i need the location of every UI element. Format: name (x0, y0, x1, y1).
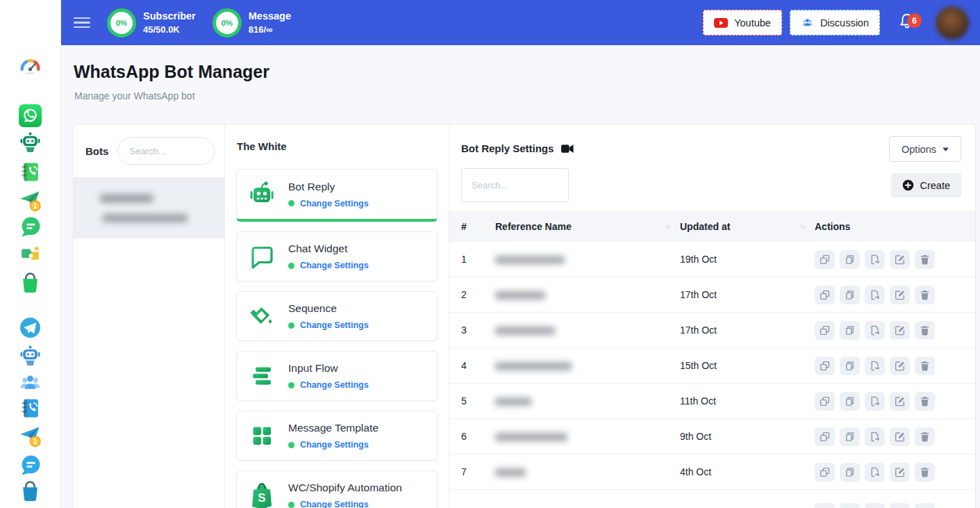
card-chat-widget[interactable]: Chat Widget Change Settings (236, 231, 438, 281)
table-search-input[interactable] (461, 168, 569, 202)
clone-button[interactable] (815, 250, 835, 269)
whatsapp-broadcast-icon[interactable] (19, 189, 42, 212)
table-header-row: # Reference Name ↑↓ Updated at ↑↓ Action… (449, 211, 975, 242)
copy-button[interactable] (840, 286, 860, 304)
whatsapp-ecommerce-icon[interactable] (19, 271, 42, 294)
stacked-bars-icon (247, 361, 277, 391)
delete-button[interactable] (915, 321, 935, 340)
change-settings-link[interactable]: Change Settings (300, 199, 369, 208)
copy-button[interactable] (840, 503, 860, 508)
row-number: 2 (461, 289, 495, 300)
subscriber-value: 45/50.0K (143, 24, 196, 35)
whatsapp-livechat-icon[interactable] (19, 215, 42, 238)
card-input-flow[interactable]: Input Flow Change Settings (236, 351, 438, 401)
export-button[interactable] (865, 392, 885, 411)
telegram-bot-icon[interactable] (19, 345, 42, 368)
card-bot-reply[interactable]: Bot Reply Change Settings (236, 169, 438, 222)
card-message-template[interactable]: Message Template Change Settings (236, 411, 438, 461)
copy-button[interactable] (840, 321, 860, 340)
telegram-broadcast-icon[interactable] (19, 425, 42, 448)
delete-button[interactable] (915, 463, 935, 482)
edit-button[interactable] (890, 427, 910, 446)
clone-button[interactable] (815, 286, 835, 304)
row-number: 4 (461, 360, 495, 371)
clone-button[interactable] (815, 427, 835, 446)
export-button[interactable] (865, 321, 885, 340)
change-settings-link[interactable]: Change Settings (300, 500, 369, 508)
telegram-group-icon[interactable] (19, 371, 42, 394)
telegram-icon[interactable] (19, 316, 42, 339)
card-sequence[interactable]: Sequence Change Settings (236, 291, 438, 341)
edit-button[interactable] (890, 463, 910, 482)
delete-button[interactable] (915, 427, 935, 446)
col-header-num: # (461, 221, 495, 232)
page-title: WhatsApp Bot Manager (74, 62, 980, 82)
bots-panel-title: Bots (85, 145, 108, 157)
edit-button[interactable] (890, 250, 910, 269)
export-button[interactable] (865, 503, 885, 508)
delete-button[interactable] (915, 286, 935, 304)
edit-button[interactable] (890, 321, 910, 340)
bot-name-redacted (100, 194, 153, 203)
copy-button[interactable] (840, 427, 860, 446)
export-button[interactable] (865, 427, 885, 446)
sort-icon[interactable]: ↑↓ (665, 223, 670, 230)
export-button[interactable] (865, 250, 885, 269)
whatsapp-icon[interactable] (19, 104, 42, 127)
edit-button[interactable] (890, 392, 910, 411)
copy-button[interactable] (840, 357, 860, 375)
whatsapp-bot-icon[interactable] (19, 131, 42, 154)
bot-list-item-selected[interactable] (74, 178, 224, 238)
reference-name-redacted (495, 433, 567, 441)
clone-button[interactable] (815, 503, 835, 508)
video-camera-icon[interactable] (561, 144, 574, 154)
hamburger-menu-icon[interactable] (74, 14, 90, 31)
export-button[interactable] (865, 463, 885, 482)
clone-button[interactable] (815, 392, 835, 411)
notification-bell[interactable]: 6 (898, 12, 916, 33)
copy-button[interactable] (840, 463, 860, 482)
copy-button[interactable] (840, 250, 860, 269)
updated-at: 17th Oct (680, 325, 815, 336)
table-row: 4 15th Oct (449, 348, 975, 384)
youtube-button[interactable]: Youtube (703, 10, 782, 35)
edit-button[interactable] (890, 357, 910, 375)
delete-button[interactable] (915, 503, 935, 508)
delete-button[interactable] (915, 250, 935, 269)
bot-reply-settings-panel: Bot Reply Settings Options (449, 124, 975, 508)
main-content: WhatsApp Bot Manager Manage your WhatsAp… (61, 45, 980, 508)
delete-button[interactable] (915, 392, 935, 411)
user-avatar[interactable] (936, 6, 969, 40)
change-settings-link[interactable]: Change Settings (300, 320, 369, 330)
telegram-ecommerce-icon[interactable] (19, 480, 42, 502)
change-settings-link[interactable]: Change Settings (300, 380, 369, 390)
discussion-button[interactable]: Discussion (790, 10, 880, 35)
export-button[interactable] (865, 357, 885, 375)
edit-button[interactable] (890, 503, 910, 508)
updated-at: 15th Oct (680, 360, 815, 371)
create-button[interactable]: Create (891, 173, 961, 197)
change-settings-link[interactable]: Change Settings (300, 440, 369, 450)
plus-circle-icon (902, 179, 914, 191)
clone-button[interactable] (815, 463, 835, 482)
whatsapp-contacts-icon[interactable] (19, 161, 42, 183)
delete-button[interactable] (915, 357, 935, 375)
dashboard-gauge-icon[interactable] (19, 55, 42, 78)
selected-bot-title: The White (236, 124, 438, 169)
export-button[interactable] (865, 286, 885, 304)
copy-button[interactable] (840, 392, 860, 411)
clone-button[interactable] (815, 321, 835, 340)
change-settings-link[interactable]: Change Settings (300, 261, 369, 270)
bots-search-input[interactable] (117, 137, 215, 165)
telegram-contacts-icon[interactable] (19, 397, 42, 420)
card-wc-shopify-automation[interactable]: WC/Shopify Automation Change Settings (236, 470, 438, 508)
chat-bubble-icon (247, 241, 277, 272)
integrations-puzzle-icon[interactable] (19, 243, 42, 265)
row-number: 5 (461, 395, 495, 407)
telegram-livechat-icon[interactable] (19, 454, 42, 477)
clone-button[interactable] (815, 357, 835, 375)
sort-icon[interactable]: ↑↓ (800, 223, 805, 230)
edit-button[interactable] (890, 286, 910, 304)
message-progress-ring: 0% (213, 8, 242, 38)
options-button[interactable]: Options (889, 136, 961, 162)
